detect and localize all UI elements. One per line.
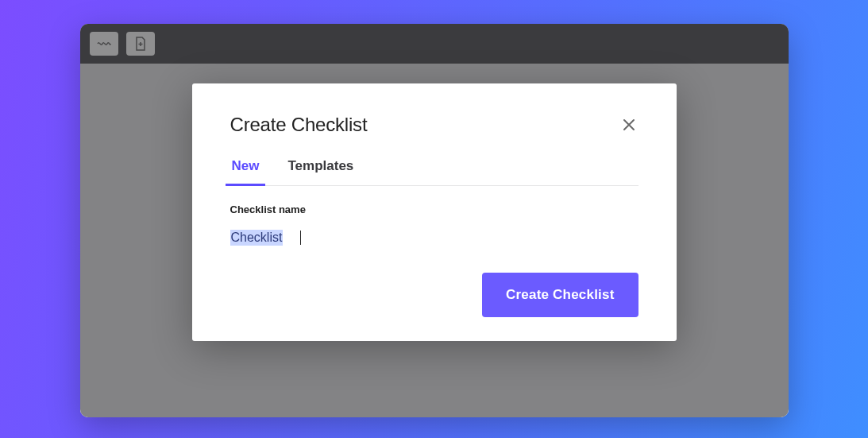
close-icon bbox=[622, 118, 636, 132]
checklist-name-label: Checklist name bbox=[230, 203, 638, 215]
create-checklist-button[interactable]: Create Checklist bbox=[482, 273, 638, 317]
app-window: Create Checklist New Templates Checklist… bbox=[80, 24, 789, 417]
tab-templates[interactable]: Templates bbox=[286, 158, 355, 185]
checklist-name-input[interactable]: Checklist bbox=[230, 230, 284, 246]
checklist-name-input-wrap[interactable]: Checklist bbox=[230, 230, 638, 246]
modal-actions: Create Checklist bbox=[230, 273, 638, 317]
close-button[interactable] bbox=[619, 115, 638, 134]
text-cursor-icon bbox=[300, 231, 301, 245]
modal-header: Create Checklist bbox=[230, 114, 638, 136]
tab-new[interactable]: New bbox=[230, 158, 261, 185]
modal-title: Create Checklist bbox=[230, 114, 368, 136]
modal-tabs: New Templates bbox=[230, 158, 638, 186]
create-checklist-modal: Create Checklist New Templates Checklist… bbox=[192, 83, 677, 341]
